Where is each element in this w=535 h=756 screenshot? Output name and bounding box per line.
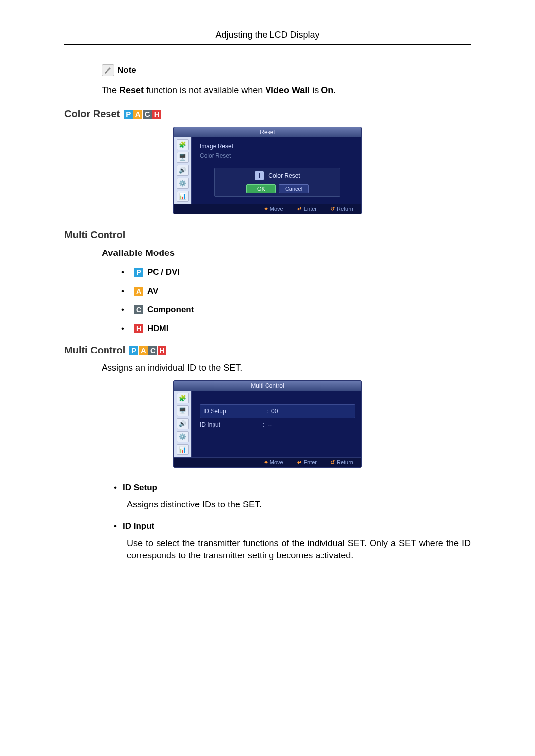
osd-icon-setup[interactable]: ⚙️ [177, 178, 189, 189]
osd-reset-title: Reset [174, 127, 361, 137]
osd-row-id-input[interactable]: ID Input : -- [200, 418, 355, 431]
mode-hdmi-label: HDMI [147, 324, 168, 334]
info-icon: i [255, 171, 264, 180]
badge-a-icon: A [134, 287, 143, 296]
badge-c-icon: C [143, 110, 152, 119]
section-color-reset: Color Reset P A C H [64, 108, 471, 120]
header-title: Adjusting the LCD Display [215, 30, 319, 40]
osd-dialog-title: Color Reset [268, 172, 300, 179]
hint-enter-text: Enter [304, 206, 317, 212]
t3: is [310, 85, 321, 95]
osd-multi-footer: ✦Move ↵Enter ↺Return [174, 457, 361, 467]
id-input-value: -- [268, 418, 355, 431]
assigns-id-text: Assigns an individual ID to the SET. [102, 363, 471, 373]
osd-multi-body: 🧩 🖥️ 🔊 ⚙️ 📊 ID Setup : 00 ID Input : -- [174, 391, 361, 457]
osd-icon-sound[interactable]: 🔊 [177, 165, 189, 176]
hint-return: ↺Return [330, 206, 353, 212]
def-id-input: • ID Input Use to select the transmitter… [114, 521, 471, 561]
sep: : [259, 418, 268, 431]
def-id-setup-term: ID Setup [123, 483, 157, 493]
color-reset-title: Color Reset [64, 108, 120, 120]
osd-reset-main: Image Reset Color Reset i Color Reset OK… [192, 137, 361, 204]
footer-rule [64, 740, 471, 740]
mode-av: A AV [121, 286, 471, 296]
note-icon [102, 64, 114, 76]
hint-move-text: Move [270, 206, 283, 212]
osd-icon-input[interactable]: 🧩 [177, 139, 189, 150]
badge-a-icon: A [139, 346, 148, 355]
section-multi-control-2: Multi Control P A C H [64, 345, 471, 356]
definitions: • ID Setup Assigns distinctive IDs to th… [114, 483, 471, 561]
badge-p-icon: P [134, 268, 143, 277]
osd-sidebar: 🧩 🖥️ 🔊 ⚙️ 📊 [174, 137, 192, 204]
badge-c-icon: C [148, 346, 157, 355]
sep: : [263, 405, 271, 418]
osd-multi-title: Multi Control [174, 381, 361, 391]
badge-p-icon: P [129, 346, 138, 355]
osd-multi-control: Multi Control 🧩 🖥️ 🔊 ⚙️ 📊 ID Setup : 00 … [173, 380, 362, 468]
hint-return-2: ↺Return [330, 459, 353, 466]
t4: . [333, 85, 336, 95]
mode-pc-dvi: P PC / DVI [121, 267, 471, 277]
osd-icon-multi[interactable]: 📊 [177, 191, 189, 202]
badge-h-icon: H [158, 346, 166, 355]
page-header: Adjusting the LCD Display [64, 30, 471, 45]
osd-sidebar-2: 🧩 🖥️ 🔊 ⚙️ 📊 [174, 391, 192, 457]
def-id-input-head: • ID Input [114, 521, 471, 531]
osd-item-color-reset[interactable]: Color Reset [200, 151, 355, 161]
def-id-input-body: Use to select the transmitter functions … [127, 537, 471, 561]
multi-control-title-2: Multi Control [64, 345, 125, 356]
page: Adjusting the LCD Display Note The Reset… [0, 0, 535, 756]
osd-confirm-dialog: i Color Reset OK Cancel [214, 168, 340, 197]
section-multi-control: Multi Control [64, 229, 471, 241]
mode-pc-dvi-label: PC / DVI [147, 267, 180, 277]
hint-enter-text-2: Enter [304, 459, 317, 465]
multi-control-title: Multi Control [64, 229, 125, 241]
id-setup-label: ID Setup [203, 405, 263, 418]
badge-pach-2: P A C H [129, 346, 166, 355]
mode-component-label: Component [147, 305, 194, 315]
bullet-dot: • [114, 483, 117, 493]
id-input-label: ID Input [200, 418, 259, 431]
hint-return-text: Return [337, 206, 353, 212]
hint-move-text-2: Move [270, 459, 283, 465]
badge-a-icon: A [133, 110, 142, 119]
osd-row-id-setup[interactable]: ID Setup : 00 [200, 404, 355, 418]
note-heading: Note [102, 64, 471, 76]
badge-pach: P A C H [124, 110, 161, 119]
def-id-setup: • ID Setup Assigns distinctive IDs to th… [114, 483, 471, 510]
cancel-button[interactable]: Cancel [279, 184, 309, 193]
t1: The [102, 85, 119, 95]
hint-enter: ↵Enter [297, 206, 317, 212]
t-videowall: Video Wall [265, 85, 310, 95]
def-id-setup-body: Assigns distinctive IDs to the SET. [127, 499, 471, 510]
badge-c-icon: C [134, 305, 143, 314]
hint-move: ✦Move [264, 206, 283, 212]
mode-av-label: AV [147, 286, 158, 296]
osd-icon-sound[interactable]: 🔊 [177, 418, 189, 429]
hint-move-2: ✦Move [264, 459, 283, 466]
osd-item-image-reset[interactable]: Image Reset [200, 141, 355, 151]
id-setup-value: 00 [271, 405, 352, 418]
note-label: Note [117, 65, 136, 75]
t2: function is not available when [144, 85, 265, 95]
def-id-setup-head: • ID Setup [114, 483, 471, 493]
ok-button[interactable]: OK [246, 184, 276, 193]
osd-icon-multi[interactable]: 📊 [177, 444, 189, 455]
t-reset: Reset [119, 85, 144, 95]
hint-return-text-2: Return [337, 459, 353, 465]
osd-icon-setup[interactable]: ⚙️ [177, 431, 189, 442]
osd-icon-picture[interactable]: 🖥️ [177, 405, 189, 416]
badge-h-icon: H [134, 324, 143, 333]
osd-dialog-buttons: OK Cancel [219, 184, 336, 193]
badge-h-icon: H [152, 110, 161, 119]
osd-reset: Reset 🧩 🖥️ 🔊 ⚙️ 📊 Image Reset Color Rese… [173, 127, 362, 214]
t-on: On [321, 85, 333, 95]
osd-icon-input[interactable]: 🧩 [177, 393, 189, 403]
osd-reset-body: 🧩 🖥️ 🔊 ⚙️ 📊 Image Reset Color Reset i Co… [174, 137, 361, 204]
bullet-dot: • [114, 521, 117, 531]
mode-component: C Component [121, 305, 471, 315]
osd-dialog-header: i Color Reset [219, 171, 336, 180]
osd-icon-picture[interactable]: 🖥️ [177, 152, 189, 163]
badge-p-icon: P [124, 110, 133, 119]
